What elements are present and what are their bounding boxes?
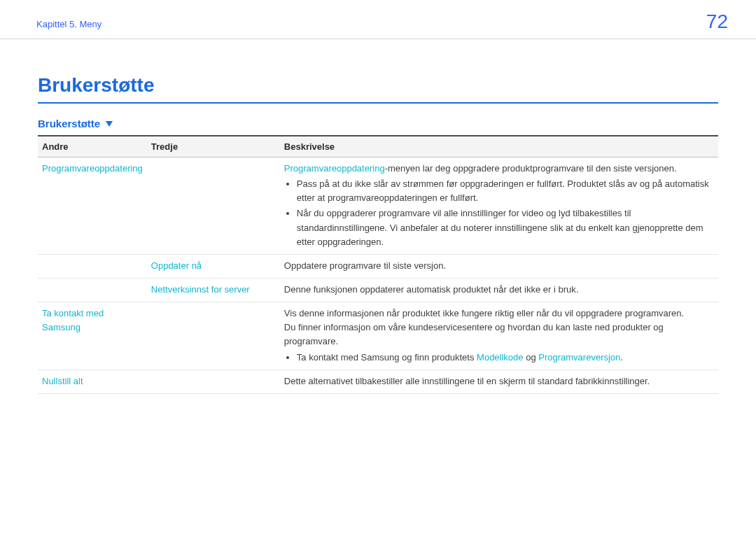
subsection-label: Brukerstøtte — [38, 118, 100, 129]
list-item: Ta kontakt med Samsung og finn produktet… — [297, 351, 714, 365]
page-number: 72 — [706, 10, 728, 33]
list-item: Pass på at du ikke slår av strømmen før … — [297, 177, 714, 205]
cell-tredje — [147, 157, 280, 255]
table-row: Nettverksinnst for server Denne funksjon… — [38, 278, 718, 302]
desc-text: og — [524, 352, 539, 363]
cell-desc: Oppdatere programvare til siste versjon. — [280, 254, 718, 278]
cell-andre: Programvareoppdatering — [38, 157, 147, 255]
desc-text: -menyen lar deg oppgradere produktprogra… — [385, 163, 677, 174]
cell-desc: Dette alternativet tilbakestiller alle i… — [280, 370, 718, 393]
cell-andre: Ta kontakt med Samsung — [38, 302, 147, 370]
cell-desc: Programvareoppdatering-menyen lar deg op… — [280, 157, 718, 255]
col-header-andre: Andre — [38, 136, 147, 157]
desc-text: . — [620, 352, 623, 363]
cell-tredje: Oppdater nå — [147, 254, 280, 278]
subsection-heading: Brukerstøtte — [38, 118, 718, 129]
table-row: Ta kontakt med Samsung Vis denne informa… — [38, 302, 718, 370]
table-row: Nullstill alt Dette alternativet tilbake… — [38, 370, 718, 393]
cell-desc: Denne funksjonen oppdaterer automatisk p… — [280, 278, 718, 302]
inline-link: Programvareoppdatering — [284, 163, 385, 174]
inline-link: Modellkode — [477, 352, 524, 363]
breadcrumb: Kapittel 5. Meny — [36, 19, 102, 29]
page-header: Kapittel 5. Meny 72 — [0, 0, 756, 39]
cell-andre: Nullstill alt — [38, 370, 147, 393]
cell-desc: Vis denne informasjonen når produktet ik… — [280, 302, 718, 370]
table-row: Programvareoppdatering Programvareoppdat… — [38, 157, 718, 255]
cell-andre — [38, 254, 147, 278]
table-row: Oppdater nå Oppdatere programvare til si… — [38, 254, 718, 278]
cell-tredje — [147, 302, 280, 370]
desc-text: Ta kontakt med Samsung og finn produktet… — [297, 352, 477, 363]
col-header-beskrivelse: Beskrivelse — [280, 136, 718, 157]
col-header-tredje: Tredje — [147, 136, 280, 157]
section-title: Brukerstøtte — [38, 74, 718, 104]
menu-table: Andre Tredje Beskrivelse Programvareoppd… — [38, 135, 718, 394]
page-content: Brukerstøtte Brukerstøtte Andre Tredje B… — [0, 39, 756, 394]
cell-tredje: Nettverksinnst for server — [147, 278, 280, 302]
inline-link: Programvareversjon — [538, 352, 620, 363]
chevron-down-icon — [106, 121, 113, 127]
cell-tredje — [147, 370, 280, 393]
list-item: Når du oppgraderer programvare vil alle … — [297, 206, 714, 248]
desc-text: Du finner informasjon om våre kundeservi… — [284, 321, 714, 349]
desc-text: Vis denne informasjonen når produktet ik… — [284, 307, 714, 321]
cell-andre — [38, 278, 147, 302]
